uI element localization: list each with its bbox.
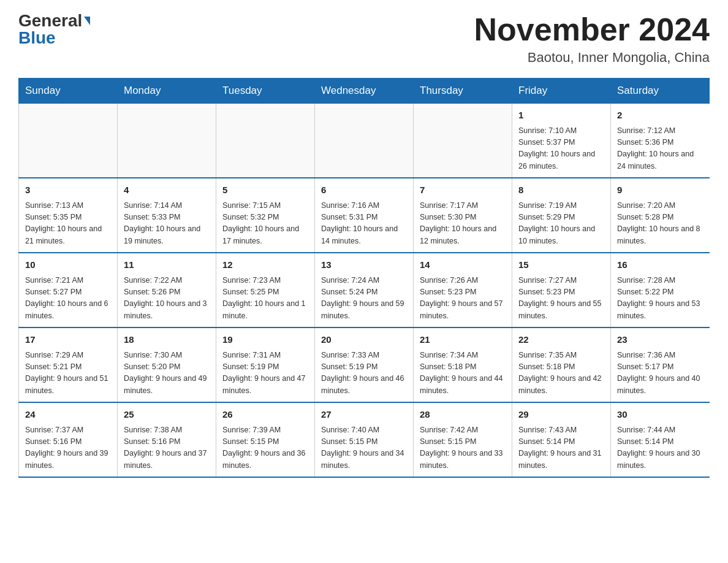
day-cell: 30Sunrise: 7:44 AM Sunset: 5:14 PM Dayli… xyxy=(611,402,710,477)
day-cell xyxy=(414,104,512,178)
header-day-wednesday: Wednesday xyxy=(315,79,414,104)
day-cell: 24Sunrise: 7:37 AM Sunset: 5:16 PM Dayli… xyxy=(19,402,118,477)
day-cell: 8Sunrise: 7:19 AM Sunset: 5:29 PM Daylig… xyxy=(512,178,611,253)
calendar-header: SundayMondayTuesdayWednesdayThursdayFrid… xyxy=(19,79,710,104)
day-number: 8 xyxy=(518,183,604,197)
day-number: 2 xyxy=(617,109,703,123)
day-cell: 14Sunrise: 7:26 AM Sunset: 5:23 PM Dayli… xyxy=(414,253,512,327)
day-info: Sunrise: 7:27 AM Sunset: 5:23 PM Dayligh… xyxy=(518,275,604,323)
day-info: Sunrise: 7:17 AM Sunset: 5:30 PM Dayligh… xyxy=(420,200,506,248)
day-cell: 16Sunrise: 7:28 AM Sunset: 5:22 PM Dayli… xyxy=(611,253,710,327)
day-number: 10 xyxy=(25,258,111,272)
day-number: 16 xyxy=(617,258,703,272)
day-info: Sunrise: 7:36 AM Sunset: 5:17 PM Dayligh… xyxy=(617,350,703,397)
day-info: Sunrise: 7:38 AM Sunset: 5:16 PM Dayligh… xyxy=(124,424,210,472)
day-info: Sunrise: 7:40 AM Sunset: 5:15 PM Dayligh… xyxy=(321,424,407,472)
day-info: Sunrise: 7:22 AM Sunset: 5:26 PM Dayligh… xyxy=(124,275,210,323)
day-number: 26 xyxy=(222,408,308,422)
day-info: Sunrise: 7:28 AM Sunset: 5:22 PM Dayligh… xyxy=(617,275,703,323)
day-cell: 15Sunrise: 7:27 AM Sunset: 5:23 PM Dayli… xyxy=(512,253,611,327)
day-number: 4 xyxy=(124,183,210,197)
header-day-sunday: Sunday xyxy=(19,79,118,104)
day-cell: 19Sunrise: 7:31 AM Sunset: 5:19 PM Dayli… xyxy=(216,327,315,402)
day-cell: 22Sunrise: 7:35 AM Sunset: 5:18 PM Dayli… xyxy=(512,327,611,402)
week-row-3: 10Sunrise: 7:21 AM Sunset: 5:27 PM Dayli… xyxy=(19,253,710,327)
location-subtitle: Baotou, Inner Mongolia, China xyxy=(474,50,710,66)
day-number: 30 xyxy=(617,408,703,422)
day-cell: 6Sunrise: 7:16 AM Sunset: 5:31 PM Daylig… xyxy=(315,178,414,253)
day-info: Sunrise: 7:35 AM Sunset: 5:18 PM Dayligh… xyxy=(518,350,604,397)
header-day-saturday: Saturday xyxy=(611,79,710,104)
day-info: Sunrise: 7:31 AM Sunset: 5:19 PM Dayligh… xyxy=(222,350,308,397)
day-number: 24 xyxy=(25,408,111,422)
day-info: Sunrise: 7:30 AM Sunset: 5:20 PM Dayligh… xyxy=(124,350,210,397)
day-cell: 29Sunrise: 7:43 AM Sunset: 5:14 PM Dayli… xyxy=(512,402,611,477)
day-info: Sunrise: 7:13 AM Sunset: 5:35 PM Dayligh… xyxy=(25,200,111,248)
day-cell: 28Sunrise: 7:42 AM Sunset: 5:15 PM Dayli… xyxy=(414,402,512,477)
day-number: 3 xyxy=(25,183,111,197)
day-cell: 3Sunrise: 7:13 AM Sunset: 5:35 PM Daylig… xyxy=(19,178,118,253)
week-row-1: 1Sunrise: 7:10 AM Sunset: 5:37 PM Daylig… xyxy=(19,104,710,178)
calendar-table: SundayMondayTuesdayWednesdayThursdayFrid… xyxy=(18,78,710,478)
logo-triangle-icon xyxy=(84,17,90,25)
logo-blue-text: Blue xyxy=(18,29,56,47)
day-number: 13 xyxy=(321,258,407,272)
day-info: Sunrise: 7:23 AM Sunset: 5:25 PM Dayligh… xyxy=(222,275,308,323)
day-cell: 27Sunrise: 7:40 AM Sunset: 5:15 PM Dayli… xyxy=(315,402,414,477)
day-number: 5 xyxy=(222,183,308,197)
calendar-body: 1Sunrise: 7:10 AM Sunset: 5:37 PM Daylig… xyxy=(19,104,710,478)
day-info: Sunrise: 7:16 AM Sunset: 5:31 PM Dayligh… xyxy=(321,200,407,248)
day-info: Sunrise: 7:19 AM Sunset: 5:29 PM Dayligh… xyxy=(518,200,604,248)
day-info: Sunrise: 7:29 AM Sunset: 5:21 PM Dayligh… xyxy=(25,350,111,397)
day-info: Sunrise: 7:43 AM Sunset: 5:14 PM Dayligh… xyxy=(518,424,604,472)
day-info: Sunrise: 7:10 AM Sunset: 5:37 PM Dayligh… xyxy=(518,125,604,173)
day-number: 12 xyxy=(222,258,308,272)
day-info: Sunrise: 7:15 AM Sunset: 5:32 PM Dayligh… xyxy=(222,200,308,248)
month-title: November 2024 xyxy=(474,12,710,47)
day-number: 17 xyxy=(25,333,111,347)
day-cell: 26Sunrise: 7:39 AM Sunset: 5:15 PM Dayli… xyxy=(216,402,315,477)
day-cell: 18Sunrise: 7:30 AM Sunset: 5:20 PM Dayli… xyxy=(118,327,216,402)
day-cell: 7Sunrise: 7:17 AM Sunset: 5:30 PM Daylig… xyxy=(414,178,512,253)
header-row: SundayMondayTuesdayWednesdayThursdayFrid… xyxy=(19,79,710,104)
day-info: Sunrise: 7:21 AM Sunset: 5:27 PM Dayligh… xyxy=(25,275,111,323)
day-cell: 13Sunrise: 7:24 AM Sunset: 5:24 PM Dayli… xyxy=(315,253,414,327)
day-number: 9 xyxy=(617,183,703,197)
title-area: November 2024 Baotou, Inner Mongolia, Ch… xyxy=(474,12,710,66)
day-info: Sunrise: 7:42 AM Sunset: 5:15 PM Dayligh… xyxy=(420,424,506,472)
day-number: 28 xyxy=(420,408,506,422)
day-info: Sunrise: 7:39 AM Sunset: 5:15 PM Dayligh… xyxy=(222,424,308,472)
day-number: 23 xyxy=(617,333,703,347)
logo: General Blue xyxy=(18,12,90,47)
day-info: Sunrise: 7:44 AM Sunset: 5:14 PM Dayligh… xyxy=(617,424,703,472)
day-cell xyxy=(315,104,414,178)
day-cell: 20Sunrise: 7:33 AM Sunset: 5:19 PM Dayli… xyxy=(315,327,414,402)
day-number: 11 xyxy=(124,258,210,272)
day-number: 20 xyxy=(321,333,407,347)
day-cell: 11Sunrise: 7:22 AM Sunset: 5:26 PM Dayli… xyxy=(118,253,216,327)
day-cell: 1Sunrise: 7:10 AM Sunset: 5:37 PM Daylig… xyxy=(512,104,611,178)
day-number: 18 xyxy=(124,333,210,347)
day-cell: 4Sunrise: 7:14 AM Sunset: 5:33 PM Daylig… xyxy=(118,178,216,253)
day-cell: 5Sunrise: 7:15 AM Sunset: 5:32 PM Daylig… xyxy=(216,178,315,253)
day-cell: 23Sunrise: 7:36 AM Sunset: 5:17 PM Dayli… xyxy=(611,327,710,402)
day-info: Sunrise: 7:34 AM Sunset: 5:18 PM Dayligh… xyxy=(420,350,506,397)
day-number: 21 xyxy=(420,333,506,347)
week-row-4: 17Sunrise: 7:29 AM Sunset: 5:21 PM Dayli… xyxy=(19,327,710,402)
day-cell xyxy=(19,104,118,178)
day-cell xyxy=(216,104,315,178)
week-row-5: 24Sunrise: 7:37 AM Sunset: 5:16 PM Dayli… xyxy=(19,402,710,477)
day-number: 7 xyxy=(420,183,506,197)
day-cell xyxy=(118,104,216,178)
header-day-thursday: Thursday xyxy=(414,79,512,104)
header-day-monday: Monday xyxy=(118,79,216,104)
day-number: 1 xyxy=(518,109,604,123)
day-info: Sunrise: 7:24 AM Sunset: 5:24 PM Dayligh… xyxy=(321,275,407,323)
day-cell: 21Sunrise: 7:34 AM Sunset: 5:18 PM Dayli… xyxy=(414,327,512,402)
day-cell: 10Sunrise: 7:21 AM Sunset: 5:27 PM Dayli… xyxy=(19,253,118,327)
header-day-friday: Friday xyxy=(512,79,611,104)
header-day-tuesday: Tuesday xyxy=(216,79,315,104)
day-info: Sunrise: 7:14 AM Sunset: 5:33 PM Dayligh… xyxy=(124,200,210,248)
day-number: 22 xyxy=(518,333,604,347)
day-number: 15 xyxy=(518,258,604,272)
